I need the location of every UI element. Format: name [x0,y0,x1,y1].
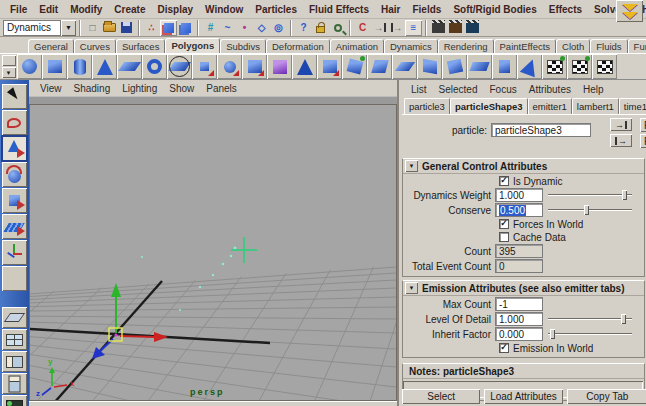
shelf-merge-button[interactable] [367,54,392,79]
shelf-poly-sphere-button[interactable] [17,54,42,79]
shelf-tab-fluids[interactable]: Fluids [590,39,627,53]
select-component-icon[interactable] [177,20,194,36]
shelf-cut-faces-button[interactable] [442,54,467,79]
shelf-tab-polygons[interactable]: Polygons [165,38,220,53]
copy-tab-button[interactable]: Copy Tab [567,389,646,404]
construction-history-icon[interactable]: ≡ [405,20,422,36]
shelf-smooth-button[interactable] [167,54,192,79]
shelf-tab-icon[interactable] [2,55,16,66]
shelf-sculpt-button[interactable] [567,54,592,79]
ae-tab-emitter1[interactable]: emitter1 [528,98,572,114]
max-count-field[interactable]: -1 [495,297,543,311]
shelf-subdiv-proxy-button[interactable] [542,54,567,79]
shelf-boolean-button[interactable] [242,54,267,79]
snap-surface-icon[interactable]: ◎ [270,20,287,36]
shelf-append-button[interactable] [342,54,367,79]
shelf-tab-animation[interactable]: Animation [330,39,384,53]
ae-tab-lambert1[interactable]: lambert1 [572,98,619,114]
scale-tool-button[interactable] [2,188,27,213]
ae-tab-time1[interactable]: time1 [619,98,646,114]
conserve-slider[interactable] [548,204,632,216]
last-tool-button[interactable] [2,266,27,291]
section-header[interactable]: ▼ Emission Attributes (see also emitter … [403,281,644,296]
shelf-extract-button[interactable] [217,54,242,79]
render-current-frame-icon[interactable] [430,20,447,36]
ae-tab-particleshape3[interactable]: particleShape3 [450,98,528,114]
panel-menu-shading[interactable]: Shading [69,82,116,95]
help-line-icon[interactable]: ? [295,20,312,36]
shelf-tab-cloth[interactable]: Cloth [556,39,590,53]
cache-data-checkbox[interactable]: ✓ [499,232,509,242]
snap-grid-icon[interactable]: # [202,20,219,36]
dynamics-weight-field[interactable]: 1.000 [495,188,543,202]
is-dynamic-checkbox[interactable]: ✓ [499,176,509,186]
new-scene-icon[interactable]: □ [84,20,101,36]
select-button[interactable]: Select [402,389,480,404]
menu-fields[interactable]: Fields [406,2,447,17]
menu-hair[interactable]: Hair [375,2,406,17]
snap-point-icon[interactable]: • [236,20,253,36]
section-header[interactable]: ▼ General Control Attributes [403,159,644,174]
select-object-icon[interactable] [160,20,177,36]
menu-display[interactable]: Display [151,2,199,17]
shelf-tab-rendering[interactable]: Rendering [438,39,494,53]
shelf-poly-cone-button[interactable] [92,54,117,79]
slider-handle[interactable] [622,190,627,200]
load-attributes-button[interactable]: Load Attributes [484,389,562,404]
ipr-render-icon[interactable] [447,20,464,36]
make-live-icon[interactable]: C [354,20,371,36]
ae-menu-help[interactable]: Help [578,83,609,96]
notes-header[interactable]: Notes: particleShape3 [403,364,644,379]
shelf-tab-general[interactable]: General [28,39,74,53]
shelf-wedge-button[interactable] [492,54,517,79]
panel-menu-show[interactable]: Show [164,82,199,95]
manipulator-x-axis[interactable] [120,336,156,337]
presets-button[interactable]: Pr [640,134,646,148]
menu-edit[interactable]: Edit [33,2,64,17]
ae-menu-attributes[interactable]: Attributes [524,83,576,96]
ae-tab-particle3[interactable]: particle3 [404,98,450,114]
shelf-mirror-button[interactable] [517,54,542,79]
slider-handle[interactable] [584,205,589,215]
shelf-poly-cube-button[interactable] [42,54,67,79]
shelf-tab-subdivs[interactable]: Subdivs [220,39,266,53]
shelf-bevel-button[interactable] [392,54,417,79]
particle-name-field[interactable]: particleShape3 [491,123,591,137]
level-of-detail-field[interactable]: 1.000 [495,312,543,326]
inherit-factor-field[interactable]: 0.000 [495,327,543,341]
render-settings-icon[interactable] [464,20,481,36]
lasso-tool-button[interactable] [2,110,27,135]
gold-chevron-button[interactable] [616,0,643,22]
focus-button[interactable]: F [640,118,646,132]
collapse-arrow-icon[interactable]: ▼ [405,282,418,294]
shelf-poly-plane-button[interactable] [117,54,142,79]
emission-in-world-checkbox[interactable]: ✓ [499,343,509,353]
perspective-viewport[interactable]: persp y x z [29,104,397,401]
menu-particles[interactable]: Particles [249,2,303,17]
menu-effects[interactable]: Effects [543,2,588,17]
menu-file[interactable]: File [4,2,33,17]
single-pane-layout-button[interactable] [2,307,27,328]
shelf-poke-button[interactable] [467,54,492,79]
slider-handle[interactable] [550,329,555,339]
shelf-tab-fur[interactable]: Fur [628,39,646,53]
input-connections-icon[interactable]: → [371,20,388,36]
ae-menu-list[interactable]: List [406,83,432,96]
conserve-field[interactable]: 0.500 [495,203,543,217]
ae-menu-selected[interactable]: Selected [434,83,483,96]
move-tool-button[interactable] [2,136,27,161]
panel-menu-lighting[interactable]: Lighting [117,82,162,95]
shelf-poly-torus-button[interactable] [142,54,167,79]
inherit-factor-slider[interactable] [548,328,632,340]
shelf-menu-arrow-icon[interactable]: ▼ [2,67,16,78]
snap-curve-icon[interactable]: ~ [219,20,236,36]
animation-layout-button[interactable] [2,395,27,406]
select-hierarchy-icon[interactable]: ∴ [143,20,160,36]
shelf-combine-button[interactable] [192,54,217,79]
forces-in-world-checkbox[interactable]: ✓ [499,219,509,229]
emitter-crosshair[interactable] [231,237,257,263]
shelf-tab-surfaces[interactable]: Surfaces [116,39,166,53]
shelf-uv-button[interactable] [592,54,617,79]
shelf-lattice-button[interactable] [267,54,292,79]
menu-soft-rigid-bodies[interactable]: Soft/Rigid Bodies [447,2,542,17]
